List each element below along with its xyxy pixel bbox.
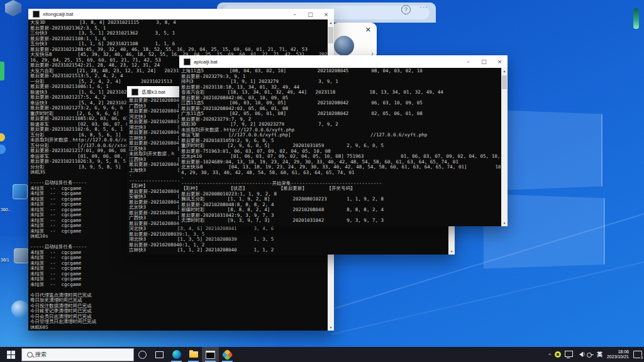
scrollbar-thumb[interactable]	[328, 27, 333, 43]
maximize-button[interactable]: □	[303, 9, 318, 19]
right-edge-widget	[633, 8, 639, 29]
edge-taskbar-button[interactable]	[168, 347, 185, 362]
notification-button[interactable]: 3	[631, 347, 644, 362]
tray-date: 2023/10/21	[607, 354, 629, 359]
desktop-icon-label: 360..	[1, 207, 11, 212]
scroll-up-icon[interactable]: ▲	[501, 68, 508, 74]
speaker-icon	[577, 352, 583, 357]
console-window-icon	[131, 89, 138, 96]
notification-icon: 3	[633, 351, 642, 358]
desktop-icon-360[interactable]	[13, 184, 28, 199]
task-view-icon	[155, 351, 164, 358]
titlebar[interactable]: xitongcaiji.bat – □ ×	[28, 9, 334, 19]
titlebar[interactable]: apicaiji.bat – □ ×	[179, 55, 508, 68]
search-box[interactable]: 搜索	[21, 348, 134, 361]
window-title: apicaiji.bat	[194, 59, 460, 65]
cortana-button[interactable]	[134, 347, 151, 362]
minimize-button[interactable]: –	[460, 55, 476, 68]
scroll-down-icon[interactable]: ▼	[328, 324, 334, 331]
antivirus-tray-button[interactable]	[553, 347, 563, 362]
system-tray: ^ 英 18:06 2023/10/21 3	[547, 347, 644, 362]
window-title: xitongcaiji.bat	[43, 11, 287, 17]
language-indicator[interactable]: 英	[595, 347, 604, 362]
more-options-icon[interactable]: ···	[419, 3, 428, 11]
volume-tray-button[interactable]	[575, 347, 585, 362]
popup-card: ✕ ›	[332, 23, 377, 59]
windows-logo-icon	[7, 351, 15, 359]
360-tray-icon	[555, 351, 561, 358]
minimize-button[interactable]: –	[287, 9, 303, 19]
console-taskbar-button[interactable]	[202, 347, 219, 362]
window-apicaiji: apicaiji.bat – □ × 上海11选5 [08, 04, 03, 0…	[179, 55, 508, 226]
console-window-icon	[184, 58, 191, 65]
cortana-icon	[138, 351, 147, 359]
scroll-up-icon[interactable]: ▲	[328, 19, 334, 26]
help-icon[interactable]: ?	[401, 5, 411, 14]
console-icon	[206, 351, 215, 359]
network-icon	[565, 351, 573, 357]
console-text: 上海11选5 [08, 04, 03, 02, 10] 20210208045 …	[181, 69, 501, 226]
pinwheel-icon	[221, 349, 233, 360]
close-button[interactable]: ×	[492, 55, 508, 68]
search-placeholder: 搜索	[35, 351, 47, 359]
search-icon	[27, 352, 33, 358]
desktop-icon-app[interactable]	[14, 248, 29, 263]
taskbar: 搜索 ^ 英 18:06 2023/10/21 3	[0, 347, 644, 362]
hidden-icons-chevron-icon[interactable]: ^	[547, 347, 553, 362]
task-view-button[interactable]	[151, 347, 168, 362]
pinwheel-app-button[interactable]	[219, 347, 236, 362]
console-window-icon	[33, 11, 40, 18]
desktop-screen: 360.. 36/1 ? ··· ✕ › xitongcaiji.bat – □…	[0, 0, 644, 362]
desktop-icon-browser[interactable]	[11, 300, 29, 318]
input-tool-tray-button[interactable]	[585, 347, 595, 362]
start-button[interactable]	[0, 347, 21, 362]
edge-icon	[172, 350, 181, 359]
key-icon	[587, 351, 593, 358]
globe-thumbnail	[334, 36, 354, 56]
close-icon[interactable]: ✕	[365, 26, 371, 34]
file-explorer-button[interactable]	[185, 347, 202, 362]
maximize-button[interactable]: □	[476, 55, 492, 68]
scroll-down-icon[interactable]: ▼	[501, 220, 508, 226]
network-tray-button[interactable]	[563, 347, 575, 362]
tray-time: 18:06	[607, 349, 629, 354]
scroll-down-icon[interactable]: ▼	[448, 248, 455, 255]
notification-badge: 3	[640, 356, 643, 359]
console-output: 上海11选5 [08, 04, 03, 02, 10] 20210208045 …	[179, 68, 508, 226]
close-button[interactable]: ×	[318, 9, 334, 19]
folder-icon	[189, 351, 198, 358]
scrollbar[interactable]: ▲ ▼	[501, 68, 508, 226]
scrollbar-thumb[interactable]	[502, 75, 507, 89]
desktop-icon-fragment[interactable]	[0, 62, 4, 80]
desktop-icon-label: 36/1	[1, 258, 9, 262]
clock[interactable]: 18:06 2023/10/21	[604, 349, 631, 359]
